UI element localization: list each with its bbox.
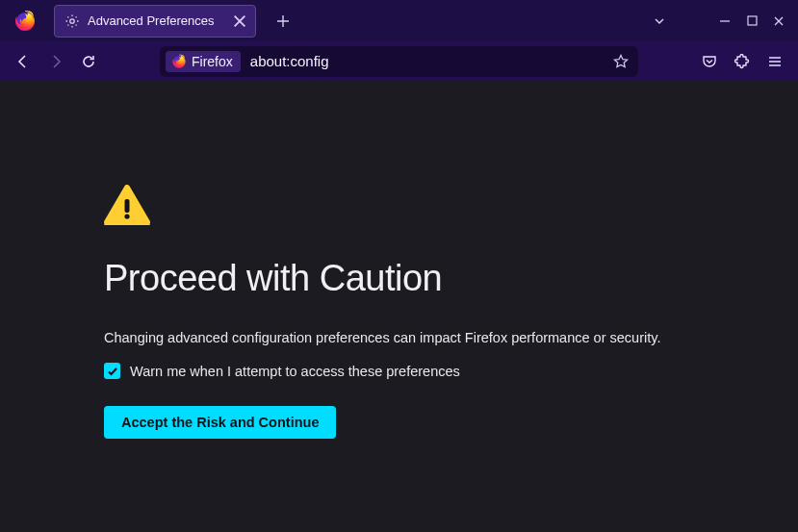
accept-risk-button[interactable]: Accept the Risk and Continue: [104, 406, 336, 439]
about-config-warning: Proceed with Caution Changing advanced c…: [0, 81, 798, 439]
svg-rect-2: [748, 16, 757, 25]
arrow-left-icon: [15, 54, 31, 69]
navigation-toolbar: Firefox about:config: [0, 41, 798, 81]
checkmark-icon: [107, 366, 118, 377]
reload-icon: [81, 54, 96, 69]
warn-checkbox[interactable]: [104, 363, 120, 379]
url-bar[interactable]: Firefox about:config: [160, 46, 638, 77]
bookmark-star-icon[interactable]: [613, 54, 629, 69]
window-close-button[interactable]: [765, 8, 792, 35]
reload-button[interactable]: [73, 46, 104, 77]
identity-label: Firefox: [192, 54, 233, 69]
maximize-icon: [747, 15, 758, 26]
warning-heading: Proceed with Caution: [104, 258, 798, 299]
firefox-logo-icon: [13, 10, 37, 33]
app-menu-button[interactable]: [759, 46, 790, 77]
identity-box[interactable]: Firefox: [166, 51, 241, 72]
browser-tab[interactable]: Advanced Preferences: [54, 5, 256, 38]
close-icon: [773, 15, 785, 27]
arrow-right-icon: [48, 54, 64, 69]
minimize-icon: [719, 15, 731, 27]
plus-icon: [276, 14, 290, 28]
close-icon: [232, 13, 247, 29]
firefox-brand-icon: [171, 54, 187, 69]
new-tab-button[interactable]: [270, 8, 296, 35]
gear-icon: [64, 13, 80, 29]
pocket-button[interactable]: [694, 46, 725, 77]
forward-button[interactable]: [40, 46, 71, 77]
titlebar: Advanced Preferences: [0, 0, 798, 41]
warning-description: Changing advanced configuration preferen…: [104, 330, 798, 345]
extensions-button[interactable]: [727, 46, 758, 77]
hamburger-icon: [767, 54, 783, 69]
url-text: about:config: [246, 53, 329, 69]
pocket-icon: [702, 54, 717, 69]
svg-point-1: [70, 18, 74, 22]
window-maximize-button[interactable]: [738, 8, 765, 35]
chevron-down-icon: [653, 14, 666, 28]
warn-checkbox-label: Warn me when I attempt to access these p…: [130, 364, 460, 379]
warn-checkbox-row[interactable]: Warn me when I attempt to access these p…: [104, 363, 798, 379]
back-button[interactable]: [8, 46, 39, 77]
tab-title: Advanced Preferences: [88, 13, 215, 28]
svg-point-5: [124, 214, 129, 218]
tab-close-button[interactable]: [232, 13, 247, 29]
window-minimize-button[interactable]: [711, 8, 738, 35]
warning-triangle-icon: [104, 185, 150, 225]
puzzle-icon: [734, 54, 750, 69]
list-all-tabs-button[interactable]: [646, 8, 673, 35]
svg-rect-4: [125, 199, 130, 213]
